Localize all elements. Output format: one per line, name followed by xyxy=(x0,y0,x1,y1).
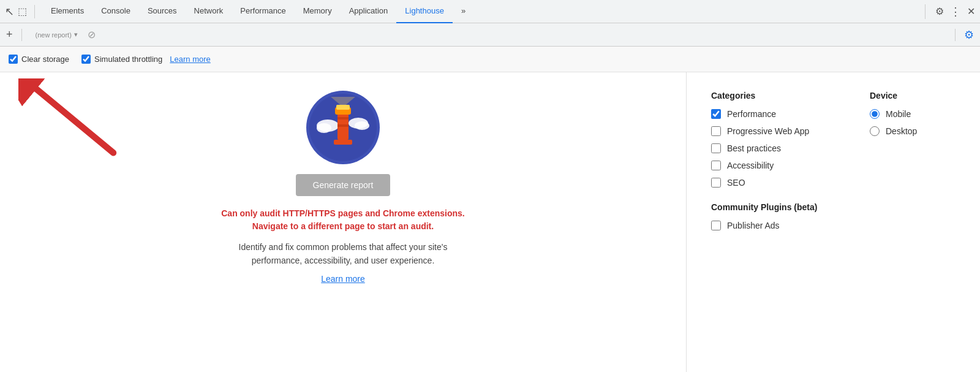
cursor-icon[interactable]: ↖ xyxy=(5,5,14,18)
tab-overflow[interactable]: » xyxy=(453,0,474,23)
tab-list: Elements Console Sources Network Perform… xyxy=(42,0,916,23)
separator3 xyxy=(955,29,956,41)
device-desktop[interactable]: Desktop xyxy=(870,126,956,136)
device-desktop-radio[interactable] xyxy=(870,126,880,136)
options-learn-more-link[interactable]: Learn more xyxy=(170,55,210,64)
tab-memory[interactable]: Memory xyxy=(295,0,341,23)
left-panel: Generate report Can only audit HTTP/HTTP… xyxy=(0,72,686,372)
main-learn-more-link[interactable]: Learn more xyxy=(321,274,365,284)
block-icon[interactable]: ⊘ xyxy=(88,29,96,40)
category-pwa-checkbox[interactable] xyxy=(711,126,721,136)
clear-storage-checkbox[interactable] xyxy=(9,55,18,64)
category-best-practices[interactable]: Best practices xyxy=(711,143,833,153)
category-accessibility-label: Accessibility xyxy=(727,161,774,170)
svg-line-1 xyxy=(36,89,113,153)
arrow-container xyxy=(18,78,129,158)
separator2 xyxy=(21,29,22,41)
community-title: Community Plugins (beta) xyxy=(711,202,833,212)
device-desktop-label: Desktop xyxy=(886,126,917,136)
new-report-label: (new report) xyxy=(36,31,72,39)
categories-section: Categories Performance Progressive Web A… xyxy=(711,91,833,354)
category-performance-label: Performance xyxy=(727,109,776,119)
devtools-tabbar: ↖ ⬚ Elements Console Sources Network Per… xyxy=(0,0,980,23)
lighthouse-illustration xyxy=(306,91,380,164)
error-line1: Can only audit HTTP/HTTPS pages and Chro… xyxy=(221,207,465,220)
red-arrow-icon xyxy=(18,78,129,158)
gear-icon-right[interactable]: ⚙ xyxy=(964,28,974,42)
separator xyxy=(925,4,925,19)
category-pwa[interactable]: Progressive Web App xyxy=(711,126,833,136)
device-mobile-radio[interactable] xyxy=(870,109,880,119)
settings-icon[interactable]: ⚙ xyxy=(935,6,944,17)
category-pwa-label: Progressive Web App xyxy=(727,126,809,136)
error-message: Can only audit HTTP/HTTPS pages and Chro… xyxy=(221,207,465,233)
svg-point-6 xyxy=(355,121,369,130)
tab-application[interactable]: Application xyxy=(341,0,397,23)
svg-rect-8 xyxy=(337,117,349,120)
device-title: Device xyxy=(870,91,956,101)
categories-title: Categories xyxy=(711,91,833,101)
category-best-practices-checkbox[interactable] xyxy=(711,143,721,153)
close-icon[interactable]: ✕ xyxy=(967,6,975,17)
dropdown-icon[interactable]: ▾ xyxy=(74,31,78,39)
simulated-throttling-label[interactable]: Simulated throttling xyxy=(81,55,162,64)
description-text: Identify and fix common problems that af… xyxy=(214,240,472,268)
error-line2: Navigate to a different page to start an… xyxy=(221,220,465,233)
new-report-button[interactable]: (new report) ▾ xyxy=(31,28,83,41)
clear-storage-text: Clear storage xyxy=(21,55,69,64)
simulated-throttling-checkbox[interactable] xyxy=(81,55,91,64)
tab-right-actions: ⚙ ⋮ ✕ xyxy=(921,4,975,19)
category-accessibility[interactable]: Accessibility xyxy=(711,161,833,170)
device-icon[interactable]: ⬚ xyxy=(18,6,27,17)
tab-lighthouse[interactable]: Lighthouse xyxy=(396,0,453,23)
community-publisher-ads-label: Publisher Ads xyxy=(727,221,780,230)
community-publisher-ads[interactable]: Publisher Ads xyxy=(711,221,833,230)
category-seo-checkbox[interactable] xyxy=(711,178,721,188)
second-toolbar: + (new report) ▾ ⊘ ⚙ xyxy=(0,23,980,47)
clear-storage-label[interactable]: Clear storage xyxy=(9,55,69,64)
simulated-throttling-text: Simulated throttling xyxy=(94,55,162,64)
community-publisher-ads-checkbox[interactable] xyxy=(711,221,721,230)
community-section: Community Plugins (beta) Publisher Ads xyxy=(711,202,833,230)
svg-point-4 xyxy=(317,123,331,133)
right-panel: Categories Performance Progressive Web A… xyxy=(686,72,980,372)
device-section: Device Mobile Desktop xyxy=(870,91,956,354)
devtools-mode-icons: ↖ ⬚ xyxy=(5,5,35,18)
device-mobile-label: Mobile xyxy=(886,109,911,119)
category-performance-checkbox[interactable] xyxy=(711,109,721,119)
lighthouse-svg xyxy=(309,94,377,161)
generate-report-button[interactable]: Generate report xyxy=(296,174,391,196)
tab-elements[interactable]: Elements xyxy=(42,0,92,23)
category-accessibility-checkbox[interactable] xyxy=(711,161,721,170)
add-report-icon[interactable]: + xyxy=(6,28,13,41)
options-bar: Clear storage Simulated throttling Learn… xyxy=(0,47,980,72)
tab-sources[interactable]: Sources xyxy=(139,0,186,23)
category-seo-label: SEO xyxy=(727,178,745,188)
category-best-practices-label: Best practices xyxy=(727,143,781,153)
device-mobile[interactable]: Mobile xyxy=(870,109,956,119)
tab-console[interactable]: Console xyxy=(92,0,139,23)
category-performance[interactable]: Performance xyxy=(711,109,833,119)
tab-network[interactable]: Network xyxy=(186,0,232,23)
svg-rect-9 xyxy=(337,124,349,127)
main-content: Generate report Can only audit HTTP/HTTP… xyxy=(0,72,980,372)
more-options-icon[interactable]: ⋮ xyxy=(950,5,961,18)
svg-rect-12 xyxy=(334,140,352,145)
category-seo[interactable]: SEO xyxy=(711,178,833,188)
tab-performance[interactable]: Performance xyxy=(232,0,294,23)
